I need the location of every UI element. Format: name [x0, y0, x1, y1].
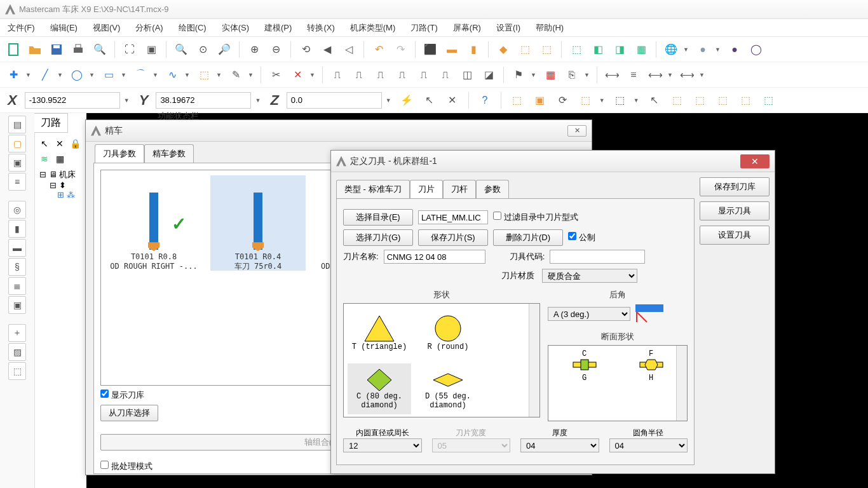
filter-shapes-check[interactable]: 过滤目录中刀片型式 [493, 212, 578, 223]
sel-dir-button[interactable]: 选择目录(E) [343, 209, 413, 226]
sel4-icon[interactable]: ⬚ [576, 91, 595, 110]
zoom-in-icon[interactable]: ⊕ [245, 40, 264, 59]
ic-select[interactable]: 12 [343, 438, 422, 452]
snap-x-icon[interactable]: ✕ [443, 91, 462, 110]
arc-icon[interactable]: ⌒ [131, 65, 150, 85]
pal-frame2-icon[interactable]: ▣ [8, 296, 26, 314]
sel2-icon[interactable]: ▣ [531, 91, 550, 110]
save-insert-button[interactable]: 保存刀片(S) [418, 229, 488, 246]
fit-icon[interactable]: ⛶ [120, 40, 139, 59]
pal-lines2-icon[interactable]: ≣ [8, 277, 26, 295]
preview-icon[interactable]: 🔍 [90, 40, 109, 59]
cross-scrollbar[interactable] [676, 346, 687, 421]
tree-child1[interactable]: ⊟ ⬍ [39, 180, 86, 190]
prev-view-icon[interactable]: ◀ [318, 40, 337, 59]
tp6-icon[interactable]: ⎍ [436, 65, 455, 85]
menu-screen[interactable]: 屏幕(R) [449, 20, 485, 36]
print-icon[interactable] [69, 40, 88, 59]
tp5-icon[interactable]: ⎍ [414, 65, 433, 85]
menu-analyze[interactable]: 分析(A) [132, 20, 166, 36]
repaint-icon[interactable]: ▣ [142, 40, 161, 59]
material-select[interactable]: 硬质合金 [542, 269, 637, 283]
rect-icon[interactable]: ▭ [99, 65, 118, 85]
y-input[interactable] [156, 92, 251, 109]
pal-target-icon[interactable]: ◎ [8, 201, 26, 219]
menu-machine[interactable]: 机床类型(M) [346, 20, 400, 36]
unzoom-icon[interactable]: 🔎 [215, 40, 234, 59]
cursor-icon[interactable]: ↖ [420, 91, 439, 110]
del-insert-button[interactable]: 删除刀片(D) [493, 229, 563, 246]
named-view-icon[interactable]: ◁ [339, 40, 358, 59]
zoom-window-icon[interactable]: 🔍 [172, 40, 191, 59]
shape-triangle[interactable]: T (triangle) [348, 308, 411, 358]
tp2-icon[interactable]: ⎍ [349, 65, 369, 85]
save-to-lib-button[interactable]: 保存到刀库 [700, 177, 770, 196]
shaded2-icon[interactable]: ◨ [610, 40, 629, 59]
menu-view[interactable]: 视图(V) [89, 20, 124, 36]
help-icon[interactable]: ? [475, 91, 494, 110]
zoom-out-icon[interactable]: ⊖ [266, 40, 285, 59]
line-icon[interactable]: ╱ [36, 65, 55, 85]
shaded3-icon[interactable]: ▦ [632, 40, 651, 59]
pal-spring-icon[interactable]: § [8, 258, 26, 276]
tab-insert[interactable]: 刀片 [410, 180, 443, 198]
break-icon[interactable]: ✕ [288, 65, 307, 85]
tab-type[interactable]: 类型 - 标准车刀 [336, 180, 410, 198]
shape-d-diamond[interactable]: D (55 deg.diamond) [416, 363, 480, 414]
name-input[interactable] [384, 250, 485, 264]
tab-finish-params[interactable]: 精车参数 [144, 144, 194, 163]
tp8-icon[interactable]: ◪ [479, 65, 498, 85]
tab-tool-params[interactable]: 刀具参数 [95, 144, 144, 163]
dim2-icon[interactable]: ≡ [624, 65, 643, 85]
trim-icon[interactable]: ✂ [266, 65, 285, 85]
dim3-icon[interactable]: ⟷ [646, 65, 665, 85]
tp7-icon[interactable]: ◫ [458, 65, 477, 85]
fastpoint-icon[interactable]: ⚡ [397, 91, 416, 110]
shape-scrollbar[interactable] [529, 304, 539, 417]
redo-icon[interactable]: ↷ [391, 40, 410, 59]
pal-bar-icon[interactable]: ▮ [8, 220, 26, 238]
flag-icon[interactable]: ⚑ [509, 65, 528, 85]
arrow-icon[interactable]: ↖ [645, 91, 664, 110]
sel3-icon[interactable]: ⟳ [553, 91, 573, 110]
finish-dialog-close-icon[interactable]: ✕ [567, 125, 587, 137]
tp4-icon[interactable]: ⎍ [393, 65, 412, 85]
menu-edit[interactable]: 编辑(E) [46, 20, 81, 36]
box1-icon[interactable]: ⬚ [668, 91, 687, 110]
finish-dialog-title[interactable]: 精车 ✕ [86, 120, 592, 142]
batch-check[interactable]: 批处理模式 [100, 461, 153, 472]
sphere-icon[interactable]: ● [693, 40, 712, 59]
tab-holder[interactable]: 刀杆 [443, 180, 476, 198]
from-lib-button[interactable]: 从刀库选择 [100, 405, 158, 421]
radius-select[interactable]: 04 [609, 438, 688, 452]
cross-c[interactable]: CG [552, 349, 616, 383]
shape-c-diamond[interactable]: C (80 deg.diamond) [348, 363, 411, 414]
tool-item-0[interactable]: ✓ T0101 R0.8OD ROUGH RIGHT -... [106, 175, 201, 271]
tree-x-icon[interactable]: ✕ [53, 137, 66, 150]
top-view-icon[interactable]: ⬛ [421, 40, 440, 59]
tree-layers-icon[interactable]: ≋ [38, 152, 51, 165]
tree-lock-icon[interactable]: 🔒 [69, 137, 81, 150]
tab-params[interactable]: 参数 [476, 180, 509, 198]
point-icon[interactable]: ✚ [4, 65, 23, 85]
ring-icon[interactable]: ◯ [747, 40, 766, 59]
relief-select[interactable]: A (3 deg.) [548, 307, 630, 321]
tree-child2[interactable]: ⊞ ⁂ [39, 190, 86, 200]
menu-model[interactable]: 建模(P) [261, 20, 295, 36]
box5-icon[interactable]: ⬚ [759, 91, 778, 110]
pal-slash-icon[interactable]: ▨ [8, 343, 26, 361]
shaded1-icon[interactable]: ◧ [588, 40, 607, 59]
z-input[interactable] [287, 92, 382, 109]
circle-icon[interactable]: ◯ [67, 65, 86, 85]
planet-icon[interactable]: ● [725, 40, 744, 59]
pal-plus-icon[interactable]: ＋ [8, 324, 26, 342]
menu-file[interactable]: 文件(F) [4, 20, 39, 36]
show-lib-check[interactable]: 显示刀库 [100, 390, 144, 401]
box4-icon[interactable]: ⬚ [736, 91, 756, 110]
exit-icon[interactable]: ⎘ [562, 65, 581, 85]
new-icon[interactable] [4, 40, 23, 59]
menu-settings[interactable]: 设置(I) [492, 20, 524, 36]
pal-rect-icon[interactable]: ▢ [8, 135, 26, 152]
sel5-icon[interactable]: ⬚ [611, 91, 630, 110]
iso-view-icon[interactable]: ◆ [494, 40, 513, 59]
